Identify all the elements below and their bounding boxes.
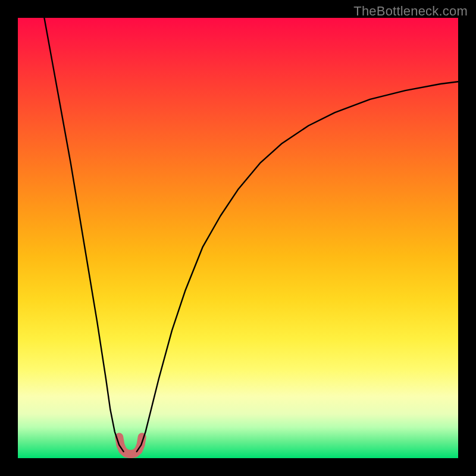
series-right-arm <box>137 82 458 452</box>
plot-area <box>18 18 458 458</box>
outer-frame: TheBottleneck.com <box>0 0 476 476</box>
watermark-text: TheBottleneck.com <box>353 4 468 19</box>
u-marker <box>119 437 142 454</box>
chart-svg <box>18 18 458 458</box>
series-left-arm <box>44 18 123 452</box>
